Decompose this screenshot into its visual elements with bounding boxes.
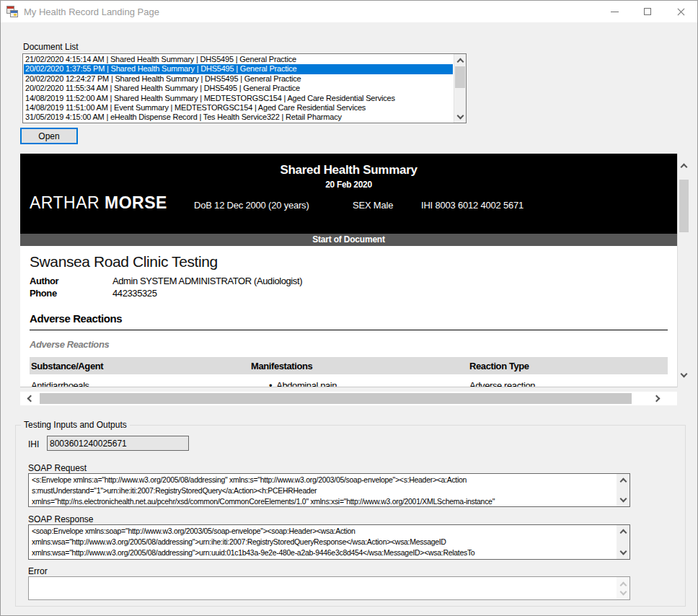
scroll-down-icon[interactable] (619, 496, 627, 503)
scroll-up-icon[interactable] (619, 478, 627, 485)
list-item[interactable]: 21/02/2020 4:15:14 AM | Shared Health Su… (24, 55, 453, 64)
phone-label: Phone (30, 287, 112, 299)
patient-ihi: IHI 8003 6012 4002 5671 (421, 200, 524, 211)
scrollbar-thumb[interactable] (455, 66, 465, 88)
phone-value: 442335325 (112, 287, 156, 299)
scroll-up-icon[interactable] (678, 159, 690, 172)
col-manifestations: Manifestations (251, 361, 469, 371)
scroll-down-icon[interactable] (454, 111, 466, 122)
patient-name: ARTHAR MORSE (30, 193, 167, 213)
author-label: Author (30, 275, 112, 287)
scroll-left-icon[interactable] (23, 392, 36, 405)
minimize-button[interactable] (598, 1, 631, 22)
facility-name: Swansea Road Clinic Testing (30, 253, 677, 270)
window-title: My Health Record Landing Page (24, 6, 159, 17)
close-button[interactable] (664, 1, 697, 22)
error-label: Error (28, 566, 48, 576)
soap-request-textarea[interactable]: <s:Envelope xmlns:a="http://www.w3.org/2… (28, 473, 630, 507)
document-body: Shared Health Summary 20 Feb 2020 ARTHAR… (20, 154, 677, 387)
textarea-scrollbar[interactable] (617, 525, 629, 559)
maximize-button[interactable] (631, 1, 664, 22)
code-line: xmlns:wsa="http://www.w3.org/2005/08/add… (32, 558, 615, 560)
scroll-down-icon (619, 588, 627, 595)
soap-request-label: SOAP Request (28, 463, 87, 473)
scroll-up-icon[interactable] (454, 55, 466, 66)
patient-sex: SEX Male (353, 200, 393, 211)
title-bar: My Health Record Landing Page (1, 1, 697, 22)
scrollbar-thumb[interactable] (679, 180, 689, 232)
document-viewer: Shared Health Summary 20 Feb 2020 ARTHAR… (20, 154, 690, 387)
textarea-scrollbar[interactable] (617, 474, 629, 506)
textarea-scrollbar-disabled (617, 577, 629, 599)
scroll-down-icon[interactable] (678, 369, 690, 382)
code-line: s:mustUnderstand="1">urn:ihe:iti:2007:Re… (32, 485, 615, 496)
soap-response-textarea[interactable]: <soap:Envelope xmlns:soap="http://www.w3… (28, 524, 630, 560)
adverse-reactions-table: Substance/Agent Manifestations Reaction … (30, 357, 668, 387)
document-date: 20 Feb 2020 (20, 180, 677, 190)
code-line: xmlns:wsa="http://www.w3.org/2005/08/add… (32, 547, 615, 558)
ihi-label: IHI (28, 439, 39, 449)
cell-substance: Antidiarrhoeals (31, 380, 251, 387)
listbox-scrollbar[interactable] (454, 54, 466, 123)
document-listbox[interactable]: 21/02/2020 4:15:14 AM | Shared Health Su… (22, 53, 467, 123)
close-icon (677, 8, 685, 16)
open-button[interactable]: Open (20, 128, 78, 144)
code-line: <soap:Envelope xmlns:soap="http://www.w3… (32, 526, 615, 537)
groupbox-label: Testing Inputs and Outputs (21, 420, 130, 430)
patient-dob: DoB 12 Dec 2000 (20 years) (194, 200, 309, 211)
code-line: xmlns:wsa="http://www.w3.org/2005/08/add… (32, 537, 615, 547)
col-reaction-type: Reaction Type (469, 361, 668, 371)
col-substance: Substance/Agent (31, 361, 251, 371)
author-row: Author Admin SYSTEM ADMINISTRATOR (Audio… (30, 275, 677, 287)
list-item-selected[interactable]: 20/02/2020 1:37:55 PM | Shared Health Su… (24, 64, 453, 74)
document-list-label: Document List (23, 42, 79, 52)
soap-response-label: SOAP Response (28, 514, 94, 524)
document-content: Swansea Road Clinic Testing Author Admin… (20, 246, 677, 387)
maximize-icon (644, 8, 651, 15)
document-title: Shared Health Summary (20, 154, 677, 177)
list-item[interactable]: 20/02/2020 11:55:34 AM | Shared Health S… (24, 84, 453, 93)
table-row: Antidiarrhoeals Abdominal pain Adverse r… (30, 374, 668, 387)
code-line: <s:Envelope xmlns:a="http://www.w3.org/2… (32, 475, 615, 485)
list-item[interactable]: 31/05/2019 4:15:00 AM | eHealth Dispense… (24, 113, 453, 122)
author-value: Admin SYSTEM ADMINISTRATOR (Audiologist) (112, 275, 302, 287)
scrollbar-thumb[interactable] (40, 393, 632, 404)
table-header-row: Substance/Agent Manifestations Reaction … (30, 357, 668, 374)
viewer-horizontal-scrollbar[interactable] (20, 392, 677, 405)
scroll-right-icon[interactable] (651, 392, 664, 405)
testing-groupbox: Testing Inputs and Outputs IHI SOAP Requ… (15, 425, 686, 607)
list-item[interactable]: 14/08/2019 11:52:00 AM | Shared Health S… (24, 94, 453, 103)
list-item[interactable]: 20/02/2020 12:24:27 PM | Shared Health S… (24, 74, 453, 84)
start-of-document-bar: Start of Document (20, 234, 677, 246)
code-line: xmlns="http://ns.electronichealth.net.au… (32, 496, 615, 507)
subsection-heading: Adverse Reactions (30, 339, 677, 350)
scroll-down-icon[interactable] (619, 548, 627, 555)
app-window: My Health Record Landing Page Document L… (0, 0, 698, 616)
cell-reaction-type: Adverse reaction (469, 380, 668, 387)
ihi-input[interactable] (47, 436, 189, 451)
phone-row: Phone 442335325 (30, 287, 677, 299)
form-body: Document List 21/02/2020 4:15:14 AM | Sh… (1, 22, 697, 615)
scroll-up-icon[interactable] (619, 529, 627, 537)
cell-manifestation: Abdominal pain (251, 380, 469, 387)
viewer-vertical-scrollbar[interactable] (677, 154, 690, 387)
app-icon (6, 6, 18, 17)
list-item[interactable]: 14/08/2019 11:51:00 AM | Event Summary |… (24, 103, 453, 113)
patient-banner: Shared Health Summary 20 Feb 2020 ARTHAR… (20, 154, 677, 234)
section-heading: Adverse Reactions (30, 312, 668, 330)
error-textarea[interactable] (28, 576, 630, 600)
minimize-icon (611, 12, 619, 12)
